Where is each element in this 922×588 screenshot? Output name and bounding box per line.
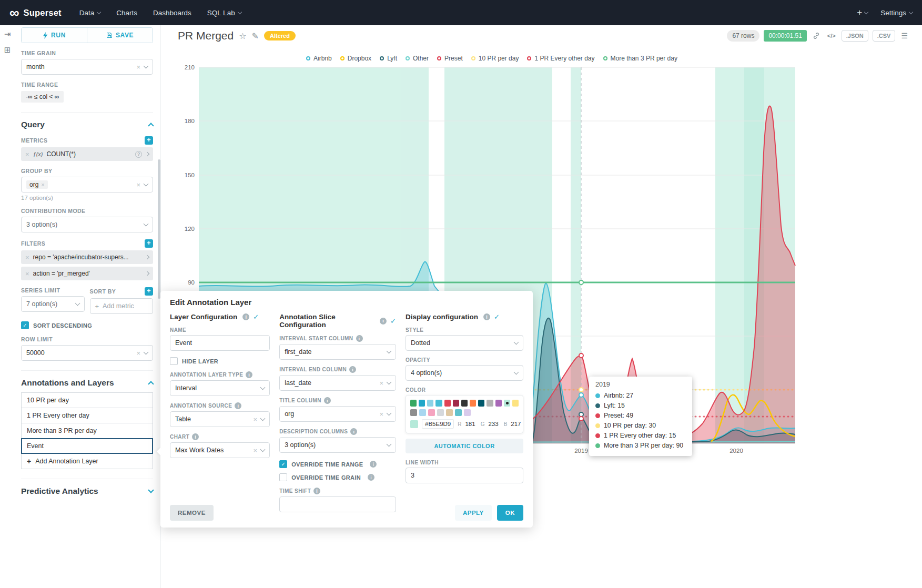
chart-select[interactable]: Max Work Dates × [170,442,270,458]
color-swatch[interactable] [419,400,425,407]
ok-button[interactable]: OK [497,505,523,521]
remove-icon[interactable]: × [25,270,29,277]
clear-icon[interactable]: × [379,411,383,418]
apply-button[interactable]: APPLY [455,505,492,521]
nav-item-sql-lab[interactable]: SQL Lab [207,9,241,17]
legend-item[interactable]: 10 PR per day [471,55,519,62]
color-swatch[interactable] [428,409,435,416]
color-swatch[interactable] [470,400,476,407]
r-value[interactable]: 181 [465,421,475,427]
contribution-mode-select[interactable]: 3 option(s) [21,217,153,232]
color-swatch[interactable] [410,409,417,416]
style-select[interactable]: Dotted [406,335,523,351]
query-section-header[interactable]: Query [21,112,153,129]
altered-badge[interactable]: Altered [264,31,296,40]
override-time-grain-checkbox[interactable]: OVERRIDE TIME GRAIN i [279,473,396,481]
metric-chip[interactable]: × ƒ(x) COUNT(*) ? [21,147,153,161]
color-swatch[interactable] [461,400,468,407]
annotation-layer-item[interactable]: 1 PR Every other day [21,408,153,423]
interval-end-column-select[interactable]: last_date × [279,375,396,391]
color-swatch[interactable] [487,400,493,407]
settings-menu-button[interactable]: Settings [880,9,913,17]
datasource-grid-icon[interactable]: ⊞ [4,45,11,55]
clear-icon[interactable]: × [136,350,140,357]
clear-icon[interactable]: × [136,64,140,70]
color-swatch[interactable] [453,400,459,407]
filter-chip[interactable]: × action = 'pr_merged' [21,267,153,280]
color-swatch[interactable] [495,400,502,407]
run-button[interactable]: RUN [22,28,87,43]
annotations-section-header[interactable]: Annotations and Layers [21,370,153,388]
export-csv-button[interactable]: .CSV [873,30,896,42]
annotation-layer-item[interactable]: More than 3 PR per day [21,423,153,439]
legend-item[interactable]: Lyft [380,55,397,62]
filter-chip[interactable]: × repo = 'apache/incubator-supers... [21,250,153,264]
b-value[interactable]: 217 [511,421,521,427]
time-range-chip[interactable]: -∞ ≤ col < ∞ [21,91,64,103]
color-swatch[interactable] [435,400,442,407]
series-limit-select[interactable]: 7 option(s) [21,296,85,312]
color-swatch-selected[interactable] [504,400,510,407]
clear-icon[interactable]: × [379,380,383,387]
time-grain-select[interactable]: month × [21,59,153,75]
color-swatch[interactable] [446,409,453,416]
save-button[interactable]: SAVE [87,28,153,43]
annotation-layer-item-selected[interactable]: Event [21,438,153,454]
legend-item[interactable]: Dropbox [340,55,371,62]
favorite-star-icon[interactable]: ☆ [239,31,246,41]
automatic-color-button[interactable]: AUTOMATIC COLOR [406,439,523,453]
row-limit-select[interactable]: 50000 × [21,345,153,361]
clear-icon[interactable]: × [254,447,258,454]
annotation-layer-type-select[interactable]: Interval [170,380,270,396]
add-filter-button[interactable]: + [145,239,153,248]
add-annotation-layer-button[interactable]: + Add Annotation Layer [21,453,153,469]
description-columns-select[interactable]: 3 option(s) [279,437,396,453]
g-value[interactable]: 233 [488,421,498,427]
panel-scrollbar[interactable] [158,159,160,299]
legend-item[interactable]: More than 3 PR per day [603,55,677,62]
remove-icon[interactable]: × [25,254,29,261]
line-width-input[interactable] [406,468,523,483]
group-by-select[interactable]: org× × [21,177,153,192]
embed-code-icon[interactable]: </> [826,31,837,41]
title-column-select[interactable]: org × [279,406,396,422]
override-time-range-checkbox[interactable]: ✓ OVERRIDE TIME RANGE i [279,460,396,468]
color-swatch[interactable] [455,409,462,416]
color-swatch[interactable] [478,400,484,407]
color-swatch[interactable] [419,409,426,416]
legend-item[interactable]: Airbnb [306,55,332,62]
menu-hamburger-icon[interactable]: ☰ [899,29,909,42]
clear-icon[interactable]: × [136,181,140,188]
edit-properties-icon[interactable]: ✎ [252,31,259,41]
remove-icon[interactable]: × [25,151,29,158]
superset-brand[interactable]: ∞ Superset [9,6,62,19]
hide-layer-checkbox[interactable]: HIDE LAYER [170,357,270,365]
nav-item-data[interactable]: Data [79,9,101,17]
new-menu-button[interactable]: + [857,7,868,18]
predictive-section-header[interactable]: Predictive Analytics [21,479,153,496]
clear-icon[interactable]: × [254,416,258,423]
add-sort-metric-button[interactable]: + [145,287,153,296]
color-swatch[interactable] [427,400,433,407]
opacity-select[interactable]: 4 option(s) [406,365,523,381]
annotation-source-select[interactable]: Table × [170,411,270,427]
color-swatch[interactable] [512,400,519,407]
add-metric-button[interactable]: + [145,136,153,145]
collapse-panel-icon[interactable]: ⇥ [4,29,11,39]
legend-item[interactable]: Other [406,55,429,62]
sort-by-select[interactable]: + Add metric [90,298,154,314]
legend-item[interactable]: Preset [437,55,463,62]
interval-start-column-select[interactable]: first_date [279,344,396,360]
color-swatch[interactable] [464,409,471,416]
nav-item-charts[interactable]: Charts [116,9,137,17]
export-json-button[interactable]: .JSON [842,30,868,42]
legend-item[interactable]: 1 PR Every other day [527,55,594,62]
remove-annotation-button[interactable]: REMOVE [170,505,214,521]
group-by-value-chip[interactable]: org× [26,180,48,189]
hex-value-field[interactable]: #B5E9D9 [422,419,454,429]
share-link-icon[interactable] [811,30,822,42]
remove-icon[interactable]: × [41,182,44,188]
color-swatch[interactable] [410,400,417,407]
name-input[interactable] [170,335,270,351]
nav-item-dashboards[interactable]: Dashboards [153,9,191,17]
